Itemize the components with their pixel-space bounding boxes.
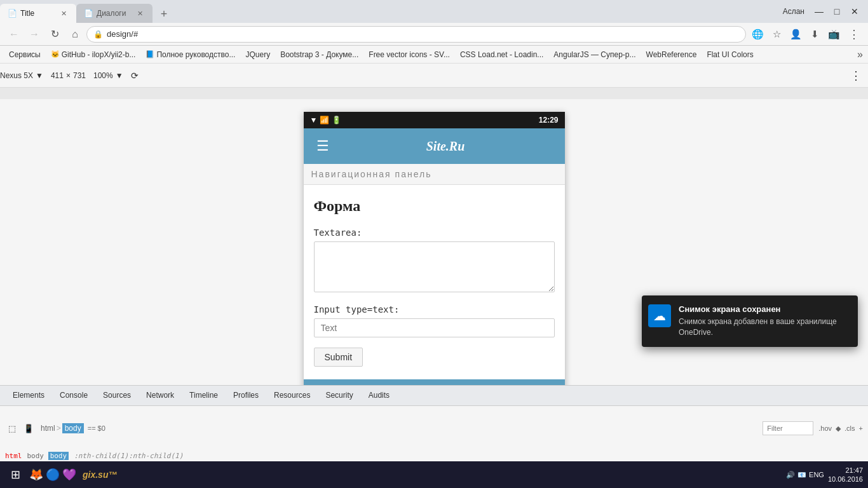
book-icon: 📘 (146, 50, 154, 58)
filter-hov[interactable]: .hov (818, 424, 832, 433)
breadcrumb-body[interactable]: body (62, 423, 84, 433)
bookmark-label: Полное руководство... (156, 50, 235, 59)
reload-button[interactable]: ↻ (46, 25, 64, 43)
bookmark-servisy[interactable]: Сервисы (5, 49, 44, 60)
tab-2-close[interactable]: ✕ (135, 8, 145, 18)
device-name: Nexus 5X (0, 71, 33, 80)
back-button[interactable]: ← (5, 25, 23, 43)
address-text: design/# (107, 29, 739, 39)
filter-options: .hov ◆ .cls + (818, 424, 863, 433)
breadcrumb-separator: > (57, 424, 61, 433)
address-bar[interactable]: 🔒 design/# (86, 26, 746, 43)
forward-button[interactable]: → (25, 25, 43, 43)
input-label: Input type=text: (314, 304, 555, 315)
bookmark-jquery[interactable]: JQuery (241, 49, 274, 60)
bookmark-label: CSS Load.net - Loadin... (460, 50, 543, 59)
app-title: Site.Ru (334, 139, 557, 154)
new-tab-button[interactable]: + (155, 5, 173, 23)
devtools-tab-elements[interactable]: Elements (5, 386, 52, 406)
line-selector: :nth-child(1):nth-child(1) (74, 452, 183, 460)
maximize-button[interactable]: □ (829, 3, 845, 20)
more-options-button[interactable]: ⋮ (850, 69, 862, 83)
address-lock-icon: 🔒 (93, 30, 103, 39)
content-wrapper: ▼ 📶 🔋 12:29 ☰ Site.Ru (0, 99, 868, 461)
devtools-tab-audits[interactable]: Audits (361, 386, 397, 406)
form-content: Форма Textarea: Input type=text: Submit (304, 185, 565, 379)
taskbar-app-icon-2[interactable]: 🔵 (46, 468, 60, 482)
tab-1[interactable]: 📄 Title ✕ (0, 4, 76, 23)
devtools-tab-resources[interactable]: Resources (266, 386, 318, 406)
nav-panel: Навигационная панель (304, 164, 565, 185)
omnibar: ← → ↻ ⌂ 🔒 design/# 🌐 ☆ 👤 ⬇ 📺 ⋮ (0, 23, 868, 46)
textarea-input[interactable] (314, 241, 555, 292)
bookmark-polnoe[interactable]: 📘 Полное руководство... (142, 49, 239, 60)
bookmark-label: Bootstrap 3 - Докуме... (280, 50, 358, 59)
devtools-tab-security[interactable]: Security (318, 386, 360, 406)
wifi-icon: ▼ (310, 116, 318, 125)
status-time: 12:29 (539, 116, 559, 125)
filter-diamond[interactable]: ◆ (836, 424, 841, 433)
taskbar-app-icon-1[interactable]: 🦊 (29, 468, 43, 482)
bookmark-cssload[interactable]: CSS Load.net - Loadin... (456, 49, 547, 60)
devtools-tab-console[interactable]: Console (52, 386, 95, 406)
cast-button[interactable]: 📺 (825, 25, 843, 43)
tab-2-favicon: 📄 (84, 9, 93, 18)
sys-tray: 🔊 📧 ENG (786, 471, 824, 479)
notification-title: Снимок экрана сохранен (679, 304, 849, 314)
rotate-button[interactable]: ⟳ (131, 71, 139, 81)
taskbar-app-icon-3[interactable]: 💜 (62, 468, 76, 482)
zoom-selector[interactable]: 100% ▼ (93, 71, 123, 80)
devtools-tab-profiles[interactable]: Profiles (226, 386, 266, 406)
tab-2[interactable]: 📄 Диалоги ✕ (76, 4, 153, 23)
profile-button[interactable]: 👤 (787, 25, 804, 43)
window-controls: Аслан — □ ✕ (778, 3, 868, 20)
line-html: html (5, 452, 22, 460)
bookmark-freevector[interactable]: Free vector icons - SV... (365, 49, 454, 60)
home-button[interactable]: ⌂ (66, 25, 84, 43)
date: 10.06.2016 (828, 475, 863, 484)
devtools-tab-timeline[interactable]: Timeline (182, 386, 226, 406)
github-icon: 🐱 (51, 50, 60, 58)
star-button[interactable]: ☆ (768, 25, 785, 43)
devtools-content: ⬚ 📱 html > body == $0 .hov ◆ .cls + (0, 406, 868, 451)
close-button[interactable]: ✕ (846, 3, 863, 20)
tab-1-close[interactable]: ✕ (58, 8, 69, 18)
bookmark-webreference[interactable]: WebReference (642, 49, 701, 60)
bookmark-github[interactable]: 🐱 GitHub - ilopX/yii2-b... (47, 49, 140, 60)
download-button[interactable]: ⬇ (806, 25, 824, 43)
bookmark-bootstrap[interactable]: Bootstrap 3 - Докуме... (276, 49, 362, 60)
minimize-button[interactable]: — (811, 3, 827, 20)
bookmark-flatui[interactable]: Flat UI Colors (703, 49, 757, 60)
text-input[interactable] (314, 318, 555, 337)
breadcrumb-selector: == $0 (88, 424, 105, 432)
mobile-frame: ▼ 📶 🔋 12:29 ☰ Site.Ru (304, 112, 565, 385)
filter-cls[interactable]: .cls (844, 424, 855, 433)
taskbar-right: 🔊 📧 ENG 21:47 10.06.2016 (786, 466, 863, 484)
devtools-inspect-button[interactable]: ⬚ (5, 421, 19, 435)
submit-button[interactable]: Submit (314, 348, 363, 367)
omnibar-actions: 🌐 ☆ 👤 ⬇ 📺 (749, 25, 843, 43)
dimension-display: 411 × 731 (51, 71, 86, 80)
devtools-tab-network[interactable]: Network (139, 386, 182, 406)
chrome-menu-button[interactable]: ⋮ (845, 25, 863, 43)
cloud-icon: ☁ (653, 308, 666, 323)
devtools-tab-sources[interactable]: Sources (95, 386, 139, 406)
hamburger-button[interactable]: ☰ (311, 135, 334, 158)
device-selector[interactable]: Nexus 5X ▼ (0, 71, 43, 80)
filter-input[interactable] (763, 421, 813, 435)
taskbar-brand-logos: gix.su™ (83, 470, 117, 480)
notification-toast: ☁ Снимок экрана сохранен Снимок экрана д… (642, 295, 858, 347)
ruler-marks (0, 88, 868, 99)
notification-body: Снимок экрана добавлен в ваше хранилище … (679, 316, 849, 338)
bookmark-angular[interactable]: AngularJS — Супер-р... (550, 49, 639, 60)
taskbar-brand-icons: 🦊 🔵 💜 (29, 468, 76, 482)
notification-icon: ☁ (648, 304, 671, 327)
taskbar-windows-icon[interactable]: ⊞ (5, 464, 25, 485)
filter-plus[interactable]: + (859, 424, 863, 433)
bookmark-label: Flat UI Colors (707, 50, 753, 59)
devtools-device-button[interactable]: 📱 (22, 421, 36, 435)
bookmark-label: AngularJS — Супер-р... (553, 50, 635, 59)
device-toolbar: Nexus 5X ▼ 411 × 731 100% ▼ ⟳ ⋮ (0, 64, 868, 88)
translate-button[interactable]: 🌐 (749, 25, 766, 43)
bookmarks-more-button[interactable]: » (857, 49, 863, 60)
